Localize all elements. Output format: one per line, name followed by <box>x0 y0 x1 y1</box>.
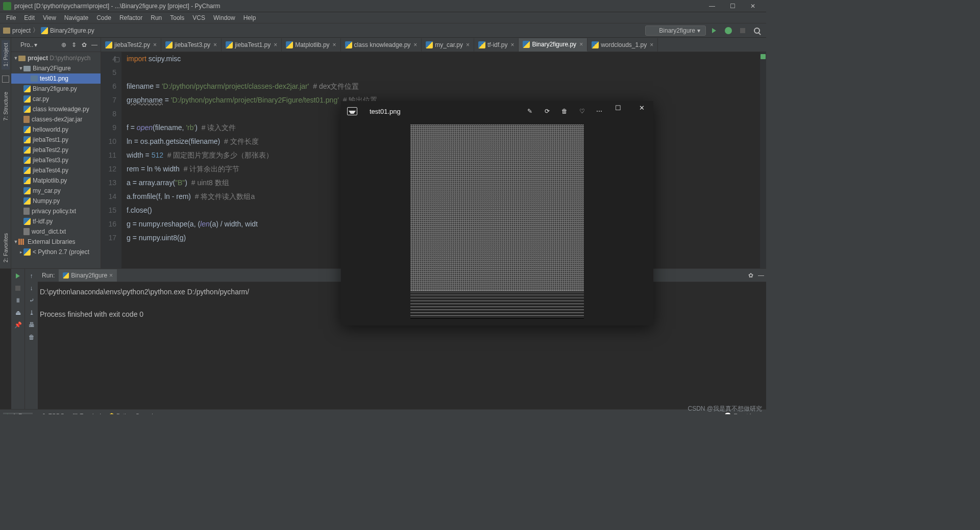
soft-wrap-button[interactable]: ⤶ <box>27 295 37 306</box>
tree-file[interactable]: privacy policy.txt <box>11 206 101 216</box>
tree-folder[interactable]: ▼Binary2Figure <box>11 63 101 73</box>
stop-button[interactable] <box>13 283 23 293</box>
bottom-tab-todo[interactable]: ≡6: TODO <box>33 413 68 415</box>
tree-file[interactable]: word_dict.txt <box>11 226 101 237</box>
close-icon[interactable]: × <box>152 41 158 48</box>
close-icon[interactable]: × <box>509 41 515 48</box>
tree-file[interactable]: car.py <box>11 94 101 104</box>
tree-file-selected[interactable]: test01.png <box>11 73 101 84</box>
scroll-end-button[interactable]: ⤓ <box>27 308 37 318</box>
menu-help[interactable]: Help <box>239 13 260 22</box>
menu-refactor[interactable]: Refactor <box>115 13 146 22</box>
bottom-tab-python-console[interactable]: ⬢Python Console <box>105 412 160 414</box>
viewer-close-button[interactable]: ✕ <box>635 104 648 112</box>
menu-tools[interactable]: Tools <box>166 13 188 22</box>
menu-navigate[interactable]: Navigate <box>60 13 92 22</box>
gear-icon[interactable]: ✿ <box>80 41 88 49</box>
favorite-button[interactable]: ♡ <box>577 106 587 116</box>
tree-file[interactable]: my_car.py <box>11 186 101 196</box>
menu-file[interactable]: File <box>2 13 20 22</box>
tree-root[interactable]: ▼project D:\python\pych <box>11 53 101 63</box>
rotate-button[interactable]: ⟳ <box>542 106 552 116</box>
editor-tab[interactable]: jiebaTest2.py× <box>101 38 161 52</box>
tree-file[interactable]: jiebaTest2.py <box>11 145 101 155</box>
close-icon[interactable]: × <box>212 41 218 48</box>
tree-file[interactable]: jiebaTest3.py <box>11 155 101 165</box>
menu-vcs[interactable]: VCS <box>188 13 209 22</box>
hide-tool-window-icon[interactable]: — <box>756 270 766 281</box>
line-gutter[interactable]: 4567891011121314151617 <box>101 52 121 268</box>
tool-tab-project[interactable]: 1: Project <box>2 40 10 69</box>
tree-file[interactable]: tf-idf.py <box>11 216 101 226</box>
close-icon[interactable]: × <box>332 41 337 48</box>
editor-tab[interactable]: tf-idf.py× <box>474 38 519 52</box>
breadcrumb[interactable]: project 〉 Binary2figure.py <box>3 26 94 35</box>
tree-file[interactable]: helloworld.py <box>11 124 101 135</box>
tree-file[interactable]: Binary2figure.py <box>11 84 101 94</box>
tool-strip-icon[interactable] <box>2 75 9 83</box>
pin-button[interactable]: 📌 <box>13 320 23 330</box>
menu-view[interactable]: View <box>39 13 60 22</box>
tree-file[interactable]: class knowleadge.py <box>11 104 101 114</box>
run-configuration-selector[interactable]: Binary2figure ▾ <box>645 26 706 36</box>
window-minimize-button[interactable]: — <box>702 0 722 12</box>
tree-external-libraries[interactable]: ▼External Libraries <box>11 237 101 247</box>
search-everywhere-button[interactable] <box>751 24 763 37</box>
tool-tab-favorites[interactable]: 2: Favorites <box>2 230 10 265</box>
close-icon[interactable]: × <box>465 41 471 48</box>
editor-tab[interactable]: wordclouds_1.py× <box>587 38 658 52</box>
exit-button[interactable]: ⏏ <box>13 308 23 318</box>
editor-tab-active[interactable]: Binary2figure.py× <box>519 38 587 52</box>
bottom-tab-terminal[interactable]: ▣Terminal <box>68 412 105 414</box>
image-file-icon <box>31 75 38 82</box>
close-icon[interactable]: × <box>578 41 584 48</box>
delete-button[interactable]: 🗑 <box>559 106 570 116</box>
viewer-image-area[interactable] <box>341 121 653 325</box>
editor-tab[interactable]: jiebaTest3.py× <box>161 38 222 52</box>
image-viewer-window[interactable]: ☐ ✕ test01.png ✎ ⟳ 🗑 ♡ ⋯ <box>341 101 653 325</box>
pause-button[interactable]: ⏸ <box>13 295 23 306</box>
menu-edit[interactable]: Edit <box>20 13 39 22</box>
editor-tab[interactable]: class knowleadge.py× <box>341 38 422 52</box>
tree-python-sdk[interactable]: ▸< Python 2.7 (project <box>11 247 101 257</box>
tool-tab-structure[interactable]: 7: Structure <box>2 89 10 124</box>
project-view-selector[interactable]: Pro.. ▾ <box>13 41 58 48</box>
close-icon[interactable]: × <box>412 41 418 48</box>
tree-file[interactable]: classes-dex2jar.jar <box>11 114 101 124</box>
rerun-button[interactable] <box>13 271 23 281</box>
gear-icon[interactable]: ✿ <box>746 270 756 281</box>
print-button[interactable]: 🖶 <box>27 320 37 330</box>
menu-code[interactable]: Code <box>92 13 115 22</box>
tree-file[interactable]: jiebaTest4.py <box>11 165 101 175</box>
up-stack-button[interactable]: ↑ <box>27 271 37 281</box>
clear-all-button[interactable]: 🗑 <box>27 332 37 342</box>
hide-tool-window-icon[interactable]: — <box>90 41 99 49</box>
editor-tab[interactable]: jiebaTest1.py× <box>222 38 282 52</box>
window-close-button[interactable]: ✕ <box>743 0 763 12</box>
down-stack-button[interactable]: ↓ <box>27 283 37 293</box>
run-tab[interactable]: Binary2figure × <box>59 269 117 282</box>
folder-icon <box>13 42 19 47</box>
project-tree[interactable]: ▼project D:\python\pych ▼Binary2Figure t… <box>11 52 101 268</box>
tree-file[interactable]: Matplotlib.py <box>11 175 101 186</box>
editor-tab[interactable]: Matplotlib.py× <box>282 38 340 52</box>
menu-run[interactable]: Run <box>146 13 166 22</box>
viewer-maximize-button[interactable]: ☐ <box>611 104 625 112</box>
debug-button[interactable] <box>722 24 734 37</box>
edit-image-button[interactable]: ✎ <box>525 106 535 116</box>
run-button[interactable] <box>708 24 720 37</box>
window-maximize-button[interactable]: ☐ <box>722 0 743 12</box>
tree-file[interactable]: jiebaTest1.py <box>11 135 101 145</box>
more-button[interactable]: ⋯ <box>594 106 604 116</box>
collapse-all-icon[interactable]: ⇕ <box>70 41 78 49</box>
close-icon[interactable]: × <box>109 272 113 279</box>
close-icon[interactable]: × <box>649 41 654 48</box>
scroll-from-source-icon[interactable]: ⊕ <box>60 41 68 49</box>
bottom-tab-run[interactable]: 4: Run <box>3 413 33 415</box>
editor-tab[interactable]: my_car.py× <box>422 38 474 52</box>
tree-file[interactable]: Numpy.py <box>11 196 101 206</box>
breadcrumb-sep: 〉 <box>33 26 39 35</box>
error-stripe[interactable] <box>760 52 766 268</box>
close-icon[interactable]: × <box>273 41 278 48</box>
menu-window[interactable]: Window <box>209 13 239 22</box>
